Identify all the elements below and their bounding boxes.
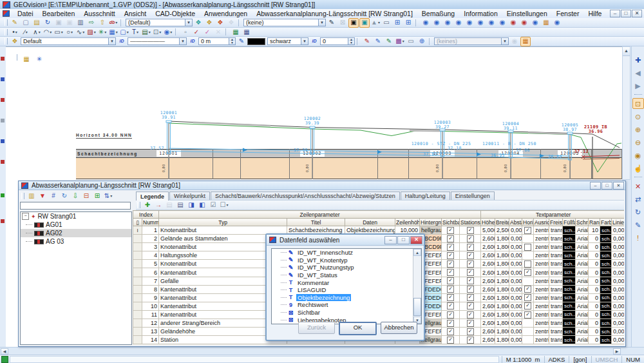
chevron-down-icon[interactable]: ▼ [501,38,508,44]
frame-black-icon[interactable]: ▣ [348,18,359,28]
zoom-extents-icon[interactable]: ⊙ [632,111,644,122]
col-header-ausrichtung[interactable]: Ausric [534,219,549,226]
checkbox[interactable]: ✓ [447,302,454,309]
cell-abstand[interactable]: 0,000 [509,302,522,310]
hatch-tool[interactable]: ▨▾ [86,27,97,37]
compass-icon[interactable]: ✳ [34,54,44,64]
checkbox[interactable]: ✓ [467,294,474,301]
checkbox[interactable]: ✓ [467,320,474,327]
cell-schrift[interactable]: Arial [576,302,589,310]
col-header-rang[interactable]: Rang [589,219,600,226]
ok-button[interactable]: OK [339,322,377,335]
cell-stationslinie[interactable]: ✓ [460,251,481,260]
layer-icon[interactable]: ❖ [10,37,20,46]
cell-rang[interactable]: 0 [589,243,600,251]
cell-rang[interactable]: 0 [589,277,600,285]
cell-hoehe[interactable]: 2,600 [481,328,495,336]
datafield-item[interactable]: ✎ID_WT_Innenschutz [272,249,421,257]
swap-icon[interactable]: ⇄ [632,193,644,204]
cell-hoehe[interactable]: 2,600 [481,285,495,293]
cell-num[interactable]: 7 [142,277,159,285]
new-document-icon[interactable]: ▢ [21,18,31,28]
cell-ausrichtung[interactable]: zentri [534,260,549,268]
close-icon[interactable]: ✕ [632,10,642,17]
cell-linientyp[interactable]: 0,000 [612,310,624,319]
uncheck-all-icon[interactable]: ☐▾ [219,201,229,210]
cell-freistellen[interactable]: transp [549,302,563,310]
cell-ausrichtung[interactable]: zentri [534,336,549,344]
cell-stationslinie[interactable]: ✓ [460,285,481,293]
cell-hoehe[interactable]: 2,600 [481,293,495,302]
cell-farbe[interactable]: sch... [600,277,612,285]
cell-abstand[interactable]: 0,000 [509,310,522,319]
cell-linientyp[interactable]: 0,000 [612,251,624,260]
cell-schrift[interactable]: Arial [576,260,589,268]
cell-breite[interactable]: 1,800 [495,302,509,310]
project-manager-icon[interactable]: ▥ [75,18,86,28]
scroll-up-icon[interactable]: ▲ [623,47,630,56]
scroll-right-icon[interactable]: ▶ [613,348,621,355]
checkbox[interactable]: ✓ [524,227,531,234]
cell-fuellfarbe[interactable]: sch... [563,319,576,328]
checkbox[interactable]: ✓ [524,269,531,276]
cell-stationslinie[interactable]: ✓ [460,328,481,336]
checkbox[interactable]: ✓ [447,328,454,335]
cell-breite[interactable]: 1,800 [495,319,509,328]
menu-app-icon[interactable] [3,10,10,17]
cell-schrift[interactable]: Arial [576,268,589,277]
cell-schrift[interactable]: Arial [576,319,589,328]
polyline-tool[interactable]: ∧▾ [32,27,42,37]
menu-anwendungen[interactable]: Anwendungen [200,10,252,17]
frame2-icon[interactable]: ▭ [406,37,416,46]
tab-winkelpunkt[interactable]: Winkelpunkt [169,191,210,200]
cell-stationslinie[interactable]: ✓ [460,226,481,235]
zoom-in-icon[interactable]: ⊕ [632,124,644,135]
cell-farbe[interactable]: sch... [600,336,612,344]
cell-schrift[interactable]: Arial [576,235,589,243]
datafield-item[interactable]: ✎ID_WT_Status [272,271,421,279]
datafield-item[interactable]: TKommentar [272,279,421,286]
cell-farbe[interactable]: sch... [600,293,612,302]
expand-icon[interactable]: ⊞ [92,191,102,201]
col-header-breite[interactable]: Breite [495,219,509,226]
merge-icon[interactable]: ◧ [197,201,207,210]
cell-hoehe[interactable]: 2,600 [481,302,495,310]
snap-grid-icon[interactable]: ⊞ [392,18,402,28]
cell-farbe[interactable]: sch... [600,243,612,251]
cell-hoehe[interactable]: 2,600 [481,260,495,268]
menu-bema-ung[interactable]: Bemaßung [417,10,459,17]
checkbox[interactable]: ✓ [467,311,474,319]
delete-icon[interactable]: ✕ [632,181,644,191]
restore-icon[interactable]: □ [621,10,631,17]
cell-sichtbar[interactable]: ✓ [442,260,460,268]
number-icon[interactable]: # [48,191,59,201]
verify-red-icon[interactable]: ✓ [191,27,202,37]
cell-abstand[interactable]: 0,000 [509,285,522,293]
sort-icon[interactable]: ⇅▾ [103,191,113,201]
collapse-icon[interactable]: ⊟ [81,191,91,201]
profile-tool-5-icon[interactable]: ◉ [464,18,475,28]
cell-rang[interactable]: 0 [589,310,600,319]
cell-breite[interactable]: 1,800 [495,235,509,243]
cell-linientyp[interactable]: 0,000 [612,243,624,251]
close-icon[interactable]: ✕ [410,236,422,244]
cell-stationslinie[interactable]: ✓ [460,243,481,251]
cell-ausrichtung[interactable]: zentri [534,243,549,251]
select-region-icon[interactable]: ▫ [180,27,191,37]
add-row-icon[interactable]: ✚ [142,201,153,210]
checkbox[interactable]: ✓ [467,337,474,344]
cell-hoehe[interactable]: 2,600 [481,310,495,319]
snap-point-icon[interactable]: ⊞ [403,18,413,28]
checkbox[interactable]: ✓ [447,235,454,242]
cell-freistellen[interactable]: transp [549,260,563,268]
checkbox[interactable]: ✓ [467,252,474,259]
maximize-icon[interactable]: □ [601,182,612,190]
cell-sel[interactable]: I [133,226,142,235]
cell-fuellfarbe[interactable]: sch... [563,310,576,319]
checkbox[interactable]: ✓ [467,328,474,335]
docked-tool-icon[interactable] [1,119,5,123]
checkbox[interactable]: ✓ [447,320,454,327]
cell-freistellen[interactable]: transp [549,336,563,344]
checkbox[interactable]: ✓ [447,277,454,284]
docked-tool-icon[interactable] [1,77,5,81]
